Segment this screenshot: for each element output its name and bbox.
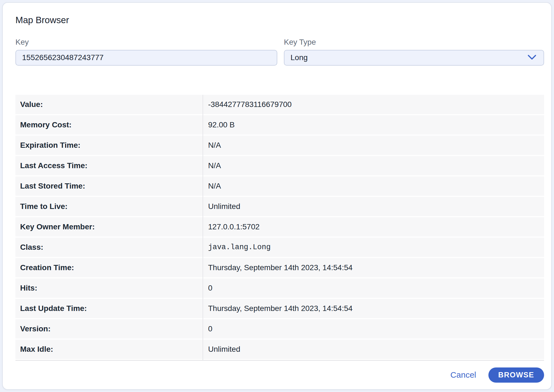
table-row-expiration-time: Expiration Time: N/A — [15, 136, 544, 155]
row-value: N/A — [203, 182, 544, 190]
row-value: Unlimited — [203, 202, 544, 211]
row-label: Hits: — [15, 284, 203, 292]
table-row-key-owner-member: Key Owner Member: 127.0.0.1:5702 — [15, 217, 544, 237]
row-label: Version: — [15, 324, 203, 333]
table-row-memory-cost: Memory Cost: 92.00 B — [15, 115, 544, 135]
table-row-class: Class: java.lang.Long — [15, 238, 544, 257]
row-label: Last Stored Time: — [15, 182, 203, 190]
row-value: N/A — [203, 141, 544, 150]
table-row-last-access-time: Last Access Time: N/A — [15, 156, 544, 175]
row-value: 0 — [203, 324, 544, 333]
row-value: java.lang.Long — [203, 243, 544, 251]
column-divider — [203, 95, 203, 360]
key-type-label: Key Type — [284, 37, 544, 47]
row-value: Unlimited — [203, 345, 544, 354]
dialog-title: Map Browser — [15, 15, 541, 25]
row-value: N/A — [203, 161, 544, 170]
table-row-creation-time: Creation Time: Thursday, September 14th … — [15, 258, 544, 277]
key-type-selected-value: Long — [291, 53, 308, 62]
table-row-max-idle: Max Idle: Unlimited — [15, 340, 544, 359]
row-label: Key Owner Member: — [15, 222, 203, 231]
row-label: Creation Time: — [15, 263, 203, 272]
row-value: 0 — [203, 284, 544, 292]
row-label: Last Access Time: — [15, 161, 203, 170]
key-form: Key Key Type Long — [15, 37, 544, 66]
cancel-button[interactable]: Cancel — [450, 370, 476, 380]
browse-button[interactable]: BROWSE — [488, 367, 544, 383]
table-row-last-stored-time: Last Stored Time: N/A — [15, 176, 544, 196]
key-label: Key — [15, 37, 277, 47]
table-row-hits: Hits: 0 — [15, 278, 544, 298]
row-label: Memory Cost: — [15, 120, 203, 129]
row-label: Expiration Time: — [15, 141, 203, 150]
row-value: 127.0.0.1:5702 — [203, 222, 544, 231]
table-row-value: Value: -3844277783116679700 — [15, 95, 544, 114]
dialog-footer: Cancel BROWSE — [15, 367, 544, 383]
key-field-group: Key — [15, 37, 277, 66]
entry-details-table: Value: -3844277783116679700 Memory Cost:… — [15, 95, 544, 361]
row-label: Value: — [15, 100, 203, 109]
row-value: -3844277783116679700 — [203, 100, 544, 109]
key-input[interactable] — [15, 50, 277, 66]
table-row-version: Version: 0 — [15, 319, 544, 339]
row-value: Thursday, September 14th 2023, 14:54:54 — [203, 304, 544, 313]
key-type-select[interactable]: Long — [284, 50, 544, 66]
row-label: Time to Live: — [15, 202, 203, 211]
row-label: Last Update Time: — [15, 304, 203, 313]
row-label: Class: — [15, 243, 203, 252]
table-row-last-update-time: Last Update Time: Thursday, September 14… — [15, 299, 544, 318]
table-row-time-to-live: Time to Live: Unlimited — [15, 197, 544, 216]
chevron-down-icon — [528, 53, 536, 62]
row-value: Thursday, September 14th 2023, 14:54:54 — [203, 263, 544, 272]
key-type-field-group: Key Type Long — [284, 37, 544, 66]
map-browser-dialog: Map Browser Key Key Type Long Value: -38… — [2, 2, 552, 390]
row-value: 92.00 B — [203, 120, 544, 129]
row-label: Max Idle: — [15, 345, 203, 354]
